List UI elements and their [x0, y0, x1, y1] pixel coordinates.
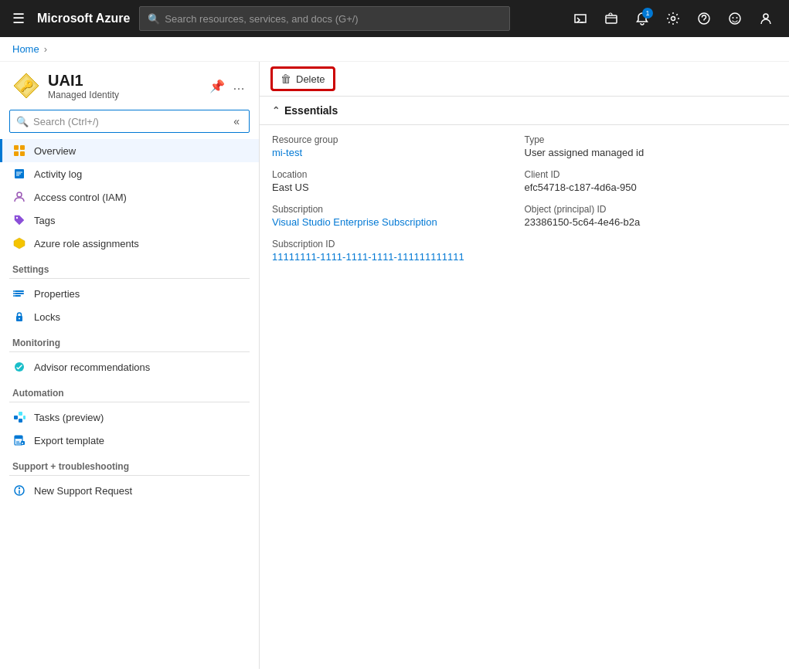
tags-icon — [12, 213, 26, 227]
svg-rect-18 — [15, 290, 24, 292]
sidebar-item-export-template[interactable]: Export template — [0, 429, 259, 452]
object-principal-id-label: Object (principal) ID — [525, 204, 777, 215]
notification-badge: 1 — [642, 8, 653, 19]
delete-icon: 🗑 — [281, 73, 291, 85]
svg-point-5 — [736, 17, 738, 19]
support-icon — [12, 484, 26, 497]
sidebar: 🔑 UAI1 Managed Identity 📌 … 🔍 « — [0, 62, 260, 669]
sidebar-item-tags[interactable]: Tags — [0, 209, 259, 232]
sidebar-item-activity-log[interactable]: Activity log — [0, 162, 259, 185]
delete-button-label: Delete — [296, 73, 325, 85]
svg-rect-10 — [14, 145, 19, 150]
properties-icon — [12, 287, 26, 300]
sidebar-item-activity-log-label: Activity log — [34, 168, 82, 180]
overview-icon — [12, 144, 26, 158]
delete-button[interactable]: 🗑 Delete — [272, 68, 334, 90]
svg-point-4 — [733, 17, 734, 19]
sidebar-item-export-template-label: Export template — [34, 435, 104, 446]
sidebar-item-overview-label: Overview — [34, 145, 76, 157]
content-area: 🗑 Delete ⌃ Essentials Resource group mi-… — [260, 62, 789, 669]
content-toolbar: 🗑 Delete — [260, 62, 789, 97]
essentials-title: Essentials — [284, 104, 338, 117]
svg-rect-11 — [20, 145, 25, 150]
essentials-object-principal-id: Object (principal) ID 23386150-5c64-4e46… — [525, 204, 777, 228]
settings-section-label: Settings — [0, 255, 259, 278]
sidebar-item-new-support-request-label: New Support Request — [34, 485, 132, 497]
subscription-id-link[interactable]: 11111111-1111-1111-1111-111111111111 — [272, 251, 464, 263]
sidebar-item-advisor-recommendations[interactable]: Advisor recommendations — [0, 355, 259, 378]
monitoring-divider — [9, 351, 250, 352]
subscription-id-value: 11111111-1111-1111-1111-111111111111 — [272, 251, 525, 263]
essentials-grid: Resource group mi-test Location East US … — [260, 125, 789, 272]
feedback-icon[interactable] — [721, 5, 749, 32]
global-search-bar[interactable]: 🔍 — [139, 6, 510, 31]
svg-marker-17 — [14, 238, 25, 249]
automation-section-label: Automation — [0, 378, 259, 402]
sidebar-item-new-support-request[interactable]: New Support Request — [0, 479, 259, 502]
resource-icon: 🔑 — [12, 72, 40, 100]
resource-group-value: mi-test — [272, 147, 525, 158]
account-icon[interactable] — [752, 5, 780, 32]
svg-point-25 — [19, 318, 20, 320]
sidebar-item-access-control[interactable]: Access control (IAM) — [0, 185, 259, 209]
essentials-chevron-icon[interactable]: ⌃ — [272, 105, 280, 116]
essentials-resource-group: Resource group mi-test — [272, 134, 525, 158]
home-breadcrumb[interactable]: Home — [12, 43, 39, 55]
svg-point-1 — [672, 17, 675, 21]
more-options-icon[interactable]: … — [231, 77, 247, 94]
svg-rect-32 — [15, 436, 22, 439]
collapse-sidebar-button[interactable]: « — [230, 114, 243, 129]
advisor-icon — [12, 360, 26, 374]
subscription-id-label: Subscription ID — [272, 239, 525, 249]
sidebar-search[interactable]: 🔍 « — [9, 110, 250, 133]
svg-rect-28 — [19, 412, 22, 416]
pin-icon[interactable]: 📌 — [208, 77, 226, 95]
sidebar-item-azure-role-assignments-label: Azure role assignments — [34, 238, 139, 249]
resource-name: UAI1 — [48, 71, 200, 90]
svg-point-21 — [13, 290, 15, 292]
cloud-shell-icon[interactable] — [566, 5, 594, 32]
sidebar-item-access-control-label: Access control (IAM) — [34, 192, 127, 203]
sidebar-item-locks[interactable]: Locks — [0, 305, 259, 328]
settings-divider — [9, 278, 250, 279]
sidebar-search-input[interactable] — [33, 116, 226, 127]
sidebar-item-tasks-preview-label: Tasks (preview) — [34, 412, 104, 423]
sidebar-item-tasks-preview[interactable]: Tasks (preview) — [0, 406, 259, 429]
resource-group-link[interactable]: mi-test — [272, 147, 302, 158]
svg-rect-30 — [23, 416, 26, 419]
svg-text:🔑: 🔑 — [20, 80, 34, 93]
support-section-label: Support + troubleshooting — [0, 452, 259, 475]
sidebar-item-overview[interactable]: Overview — [0, 139, 259, 162]
breadcrumb-separator: › — [44, 43, 47, 55]
svg-rect-0 — [606, 15, 617, 23]
notifications-icon[interactable]: 1 — [628, 5, 656, 32]
svg-point-6 — [763, 14, 768, 19]
hamburger-menu[interactable]: ☰ — [9, 7, 28, 30]
subscription-label: Subscription — [272, 204, 525, 215]
resource-group-label: Resource group — [272, 134, 525, 145]
global-search-input[interactable] — [165, 13, 502, 25]
essentials-client-id: Client ID efc54718-c187-4d6a-950 — [525, 169, 777, 193]
svg-point-22 — [13, 293, 15, 294]
sidebar-item-tags-label: Tags — [34, 215, 55, 226]
svg-rect-20 — [15, 295, 21, 297]
resource-header-actions: 📌 … — [208, 77, 247, 95]
location-value: East US — [272, 182, 525, 193]
breadcrumb: Home › — [0, 37, 789, 62]
top-navigation: ☰ Microsoft Azure 🔍 1 — [0, 0, 789, 37]
essentials-type: Type User assigned managed id — [525, 134, 777, 158]
settings-icon[interactable] — [659, 5, 687, 32]
activity-log-icon — [12, 167, 26, 181]
help-icon[interactable] — [690, 5, 718, 32]
subscription-link[interactable]: Visual Studio Enterprise Subscription — [272, 216, 437, 228]
client-id-value: efc54718-c187-4d6a-950 — [525, 182, 777, 193]
sidebar-item-properties[interactable]: Properties — [0, 282, 259, 305]
search-icon: 🔍 — [16, 116, 29, 127]
tasks-icon — [12, 410, 26, 424]
directory-icon[interactable] — [597, 5, 625, 32]
svg-point-23 — [13, 295, 15, 297]
azure-role-icon — [12, 236, 26, 250]
svg-rect-29 — [19, 419, 22, 423]
essentials-left-column: Resource group mi-test Location East US … — [272, 134, 525, 263]
sidebar-item-azure-role-assignments[interactable]: Azure role assignments — [0, 232, 259, 255]
